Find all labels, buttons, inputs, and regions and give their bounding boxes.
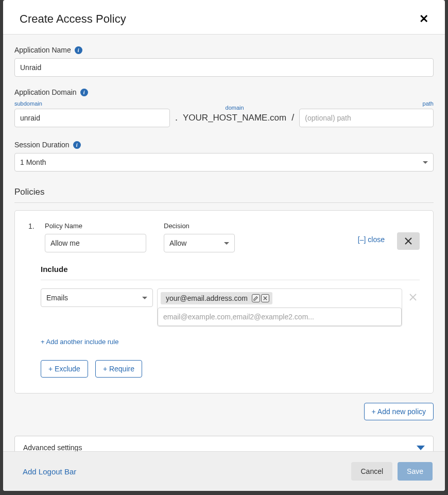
domain-label-mini: domain (183, 105, 286, 111)
create-access-policy-modal: Create Access Policy ✕ Application Name … (3, 0, 445, 491)
close-icon[interactable]: ✕ (419, 13, 428, 25)
modal-body: Application Name i Application Domain i … (3, 34, 445, 451)
policy-index: 1. (28, 222, 35, 230)
info-icon[interactable]: i (75, 46, 82, 54)
add-include-rule-link[interactable]: + Add another include rule (41, 338, 420, 346)
delete-policy-button[interactable] (397, 232, 420, 250)
close-icon (404, 237, 412, 245)
include-type-value: Emails (46, 294, 68, 302)
advanced-settings-toggle[interactable]: Advanced settings (14, 436, 434, 451)
info-icon[interactable]: i (73, 141, 81, 149)
subdomain-label: subdomain (14, 100, 170, 107)
pencil-icon[interactable] (252, 294, 260, 302)
add-logout-bar-link[interactable]: Add Logout Bar (15, 467, 76, 476)
add-new-policy-button[interactable]: + Add new policy (364, 403, 434, 420)
policies-section-title: Policies (14, 187, 434, 197)
remove-include-rule[interactable] (406, 288, 420, 301)
app-name-label-row: Application Name i (14, 46, 434, 54)
domain-row: subdomain . domain YOUR_HOST_NAME.com / … (14, 100, 434, 127)
close-icon (409, 294, 417, 301)
policy-name-label: Policy Name (45, 222, 146, 230)
chevron-down-icon (423, 161, 428, 164)
app-domain-label-row: Application Domain i (14, 88, 434, 96)
chevron-down-icon (417, 446, 425, 450)
path-label: path (299, 100, 434, 107)
policies-divider (14, 202, 434, 203)
session-label-row: Session Duration i (14, 141, 434, 149)
decision-value: Allow (169, 239, 186, 247)
path-input[interactable] (299, 109, 434, 127)
include-type-select[interactable]: Emails (41, 288, 153, 307)
decision-select[interactable]: Allow (164, 234, 235, 252)
decision-label: Decision (164, 222, 235, 230)
advanced-settings-label: Advanced settings (23, 443, 82, 451)
slash-separator: / (290, 112, 295, 127)
policy-name-input[interactable] (45, 234, 146, 252)
save-button[interactable]: Save (398, 462, 433, 481)
session-duration-select[interactable]: 1 Month (14, 153, 434, 172)
chevron-down-icon (224, 242, 229, 245)
modal-title: Create Access Policy (20, 12, 126, 26)
add-exclude-button[interactable]: + Exclude (41, 360, 88, 378)
include-divider (41, 280, 420, 280)
subdomain-input[interactable] (14, 109, 170, 127)
app-domain-label: Application Domain (14, 88, 77, 96)
modal-footer: Add Logout Bar Cancel Save (3, 451, 445, 491)
chevron-down-icon (142, 297, 147, 299)
info-icon[interactable]: i (80, 89, 88, 96)
close-icon[interactable] (261, 294, 269, 302)
email-text-input[interactable] (158, 308, 402, 326)
collapse-policy-link[interactable]: [–] close (358, 222, 385, 244)
modal-header: Create Access Policy ✕ (3, 0, 445, 34)
policy-card: 1. Policy Name Decision Allow (14, 210, 434, 394)
add-require-button[interactable]: + Require (95, 360, 142, 378)
session-duration-value: 1 Month (20, 158, 46, 166)
domain-static-text: YOUR_HOST_NAME.com (183, 113, 286, 127)
app-name-label: Application Name (14, 46, 71, 54)
cancel-button[interactable]: Cancel (351, 462, 392, 481)
emails-tag-input[interactable]: your@email.address.com (157, 288, 402, 327)
app-name-input[interactable] (14, 58, 434, 77)
session-duration-label: Session Duration (14, 141, 70, 149)
dot-separator: . (174, 112, 179, 127)
email-chip-text: your@email.address.com (166, 294, 248, 302)
email-chip: your@email.address.com (161, 292, 272, 304)
include-title: Include (41, 265, 420, 274)
